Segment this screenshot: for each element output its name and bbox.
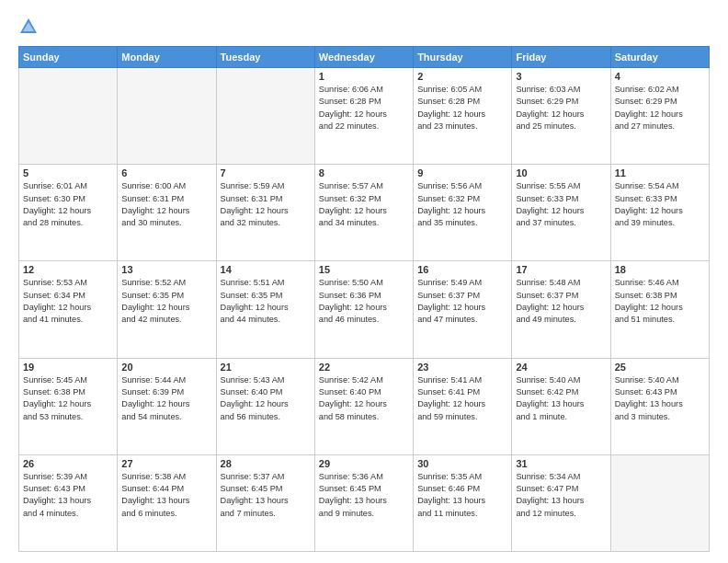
day-number: 3 [516, 71, 606, 82]
cell-info: Sunrise: 5:55 AMSunset: 6:33 PMDaylight:… [516, 180, 606, 229]
calendar-cell: 27Sunrise: 5:38 AMSunset: 6:44 PMDayligh… [118, 454, 216, 551]
weekday-header: Saturday [610, 47, 709, 68]
cell-info: Sunrise: 5:57 AMSunset: 6:32 PMDaylight:… [319, 180, 409, 229]
cell-info: Sunrise: 6:06 AMSunset: 6:28 PMDaylight:… [319, 84, 409, 132]
cell-info: Sunrise: 5:46 AMSunset: 6:38 PMDaylight:… [615, 277, 705, 326]
calendar-cell: 17Sunrise: 5:48 AMSunset: 6:37 PMDayligh… [512, 261, 610, 358]
day-number: 24 [516, 362, 606, 373]
weekday-header: Monday [118, 47, 216, 68]
day-number: 29 [319, 458, 409, 469]
calendar-cell: 28Sunrise: 5:37 AMSunset: 6:45 PMDayligh… [216, 454, 314, 551]
calendar-cell: 5Sunrise: 6:01 AMSunset: 6:30 PMDaylight… [19, 165, 118, 261]
cell-info: Sunrise: 6:03 AMSunset: 6:29 PMDaylight:… [516, 84, 606, 132]
calendar-cell: 16Sunrise: 5:49 AMSunset: 6:37 PMDayligh… [414, 261, 512, 358]
calendar-cell: 4Sunrise: 6:02 AMSunset: 6:29 PMDaylight… [610, 68, 709, 165]
logo-icon [18, 17, 39, 37]
calendar-cell: 11Sunrise: 5:54 AMSunset: 6:33 PMDayligh… [610, 165, 709, 261]
calendar-cell: 15Sunrise: 5:50 AMSunset: 6:36 PMDayligh… [314, 261, 413, 358]
calendar-cell: 25Sunrise: 5:40 AMSunset: 6:43 PMDayligh… [610, 358, 709, 454]
day-number: 30 [417, 458, 507, 469]
cell-info: Sunrise: 5:41 AMSunset: 6:41 PMDaylight:… [417, 374, 507, 423]
cell-info: Sunrise: 5:40 AMSunset: 6:43 PMDaylight:… [615, 374, 705, 423]
day-number: 13 [121, 264, 211, 275]
calendar-cell [216, 68, 314, 165]
day-number: 1 [319, 71, 409, 82]
day-number: 31 [516, 458, 606, 469]
cell-info: Sunrise: 5:37 AMSunset: 6:45 PMDaylight:… [221, 471, 311, 520]
cell-info: Sunrise: 5:48 AMSunset: 6:37 PMDaylight:… [516, 277, 606, 326]
day-number: 8 [319, 167, 409, 178]
cell-info: Sunrise: 5:49 AMSunset: 6:37 PMDaylight:… [417, 277, 507, 326]
day-number: 17 [516, 264, 606, 275]
day-number: 9 [417, 167, 507, 178]
day-number: 19 [23, 362, 113, 373]
day-number: 16 [417, 264, 507, 275]
weekday-header: Sunday [19, 47, 118, 68]
calendar-cell: 10Sunrise: 5:55 AMSunset: 6:33 PMDayligh… [512, 165, 610, 261]
calendar-cell: 20Sunrise: 5:44 AMSunset: 6:39 PMDayligh… [118, 358, 216, 454]
cell-info: Sunrise: 5:39 AMSunset: 6:43 PMDaylight:… [23, 471, 113, 520]
calendar-cell: 1Sunrise: 6:06 AMSunset: 6:28 PMDaylight… [314, 68, 413, 165]
calendar-cell: 14Sunrise: 5:51 AMSunset: 6:35 PMDayligh… [216, 261, 314, 358]
cell-info: Sunrise: 5:35 AMSunset: 6:46 PMDaylight:… [417, 471, 507, 520]
calendar-cell [118, 68, 216, 165]
cell-info: Sunrise: 5:51 AMSunset: 6:35 PMDaylight:… [221, 277, 311, 326]
day-number: 23 [417, 362, 507, 373]
cell-info: Sunrise: 5:38 AMSunset: 6:44 PMDaylight:… [121, 471, 211, 520]
page: SundayMondayTuesdayWednesdayThursdayFrid… [0, 0, 728, 563]
day-number: 20 [121, 362, 211, 373]
cell-info: Sunrise: 5:54 AMSunset: 6:33 PMDaylight:… [615, 180, 705, 229]
cell-info: Sunrise: 5:56 AMSunset: 6:32 PMDaylight:… [417, 180, 507, 229]
weekday-header: Tuesday [216, 47, 314, 68]
day-number: 27 [121, 458, 211, 469]
cell-info: Sunrise: 5:44 AMSunset: 6:39 PMDaylight:… [121, 374, 211, 423]
day-number: 6 [121, 167, 211, 178]
day-number: 4 [615, 71, 705, 82]
day-number: 11 [615, 167, 705, 178]
cell-info: Sunrise: 5:36 AMSunset: 6:45 PMDaylight:… [319, 471, 409, 520]
cell-info: Sunrise: 6:00 AMSunset: 6:31 PMDaylight:… [121, 180, 211, 229]
calendar-cell: 26Sunrise: 5:39 AMSunset: 6:43 PMDayligh… [19, 454, 118, 551]
cell-info: Sunrise: 6:05 AMSunset: 6:28 PMDaylight:… [417, 84, 507, 132]
calendar-cell: 21Sunrise: 5:43 AMSunset: 6:40 PMDayligh… [216, 358, 314, 454]
calendar-cell: 18Sunrise: 5:46 AMSunset: 6:38 PMDayligh… [610, 261, 709, 358]
logo [18, 17, 42, 37]
calendar-cell: 3Sunrise: 6:03 AMSunset: 6:29 PMDaylight… [512, 68, 610, 165]
day-number: 15 [319, 264, 409, 275]
cell-info: Sunrise: 5:52 AMSunset: 6:35 PMDaylight:… [121, 277, 211, 326]
cell-info: Sunrise: 5:50 AMSunset: 6:36 PMDaylight:… [319, 277, 409, 326]
day-number: 7 [221, 167, 311, 178]
cell-info: Sunrise: 5:34 AMSunset: 6:47 PMDaylight:… [516, 471, 606, 520]
cell-info: Sunrise: 5:40 AMSunset: 6:42 PMDaylight:… [516, 374, 606, 423]
calendar-cell: 13Sunrise: 5:52 AMSunset: 6:35 PMDayligh… [118, 261, 216, 358]
calendar-cell: 2Sunrise: 6:05 AMSunset: 6:28 PMDaylight… [414, 68, 512, 165]
cell-info: Sunrise: 5:53 AMSunset: 6:34 PMDaylight:… [23, 277, 113, 326]
day-number: 18 [615, 264, 705, 275]
calendar-cell: 30Sunrise: 5:35 AMSunset: 6:46 PMDayligh… [414, 454, 512, 551]
calendar-cell [19, 68, 118, 165]
day-number: 14 [221, 264, 311, 275]
calendar-cell: 19Sunrise: 5:45 AMSunset: 6:38 PMDayligh… [19, 358, 118, 454]
calendar-cell: 9Sunrise: 5:56 AMSunset: 6:32 PMDaylight… [414, 165, 512, 261]
day-number: 5 [23, 167, 113, 178]
day-number: 25 [615, 362, 705, 373]
calendar-cell: 23Sunrise: 5:41 AMSunset: 6:41 PMDayligh… [414, 358, 512, 454]
calendar-cell: 29Sunrise: 5:36 AMSunset: 6:45 PMDayligh… [314, 454, 413, 551]
cell-info: Sunrise: 6:01 AMSunset: 6:30 PMDaylight:… [23, 180, 113, 229]
day-number: 22 [319, 362, 409, 373]
cell-info: Sunrise: 6:02 AMSunset: 6:29 PMDaylight:… [615, 84, 705, 132]
day-number: 21 [221, 362, 311, 373]
calendar-cell: 31Sunrise: 5:34 AMSunset: 6:47 PMDayligh… [512, 454, 610, 551]
calendar: SundayMondayTuesdayWednesdayThursdayFrid… [18, 46, 710, 552]
calendar-cell [610, 454, 709, 551]
calendar-cell: 24Sunrise: 5:40 AMSunset: 6:42 PMDayligh… [512, 358, 610, 454]
weekday-header: Friday [512, 47, 610, 68]
calendar-cell: 8Sunrise: 5:57 AMSunset: 6:32 PMDaylight… [314, 165, 413, 261]
calendar-cell: 22Sunrise: 5:42 AMSunset: 6:40 PMDayligh… [314, 358, 413, 454]
header [18, 17, 710, 37]
day-number: 2 [417, 71, 507, 82]
calendar-cell: 7Sunrise: 5:59 AMSunset: 6:31 PMDaylight… [216, 165, 314, 261]
day-number: 12 [23, 264, 113, 275]
calendar-cell: 12Sunrise: 5:53 AMSunset: 6:34 PMDayligh… [19, 261, 118, 358]
weekday-header: Wednesday [314, 47, 413, 68]
